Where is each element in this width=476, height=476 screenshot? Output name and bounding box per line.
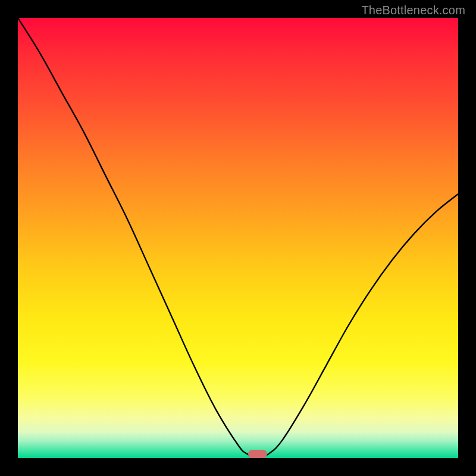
plot-area: [18, 18, 458, 458]
chart-frame: TheBottleneck.com: [0, 0, 476, 476]
curve-path: [18, 18, 458, 458]
bottleneck-curve: [18, 18, 458, 458]
watermark-text: TheBottleneck.com: [361, 4, 465, 17]
optimal-point-marker: [248, 450, 267, 458]
